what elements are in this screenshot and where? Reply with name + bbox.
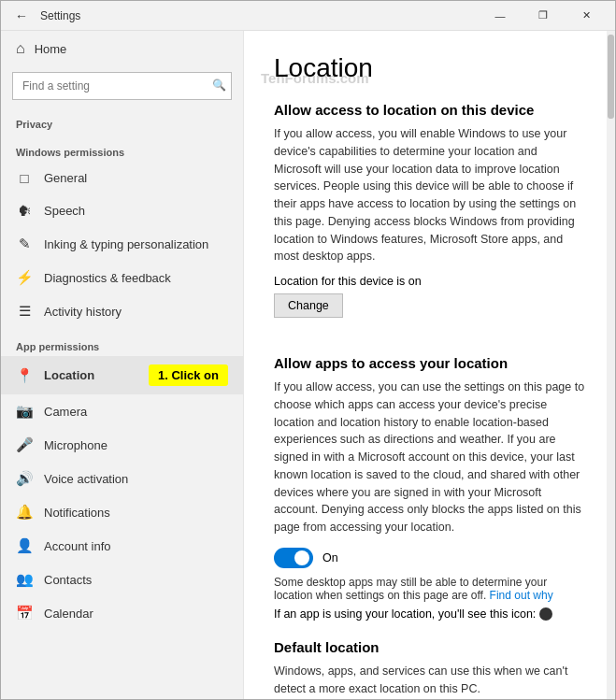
notifications-icon: 🔔: [16, 504, 33, 521]
voice-icon: 🔊: [16, 470, 33, 487]
sidebar-item-label-account: Account info: [44, 539, 228, 553]
speech-icon: 🗣: [16, 203, 33, 219]
sidebar-item-voice[interactable]: 🔊 Voice activation: [1, 462, 243, 495]
change-button[interactable]: Change: [274, 293, 343, 318]
search-icon: 🔍: [212, 79, 226, 92]
content-area: TenForums.com Location Allow access to l…: [244, 31, 615, 699]
windows-permissions-header: Windows permissions: [1, 134, 243, 162]
sidebar-item-contacts[interactable]: 👥 Contacts: [1, 563, 243, 596]
sidebar-item-account[interactable]: 👤 Account info: [1, 529, 243, 563]
microphone-icon: 🎤: [16, 436, 33, 453]
section2-title: Allow apps to access your location: [274, 355, 585, 371]
home-label: Home: [35, 42, 67, 56]
activity-icon: ☰: [16, 303, 33, 320]
main-area: ⌂ Home 🔍 Privacy Windows permissions □ G…: [1, 31, 615, 699]
sidebar-item-microphone[interactable]: 🎤 Microphone: [1, 428, 243, 462]
scrollbar[interactable]: [607, 31, 615, 699]
icon-text-row: If an app is using your location, you'll…: [274, 607, 585, 621]
location-dot-icon: [539, 607, 552, 621]
settings-window: ← Settings — ❐ ✕ ⌂ Home 🔍 Privacy Window…: [0, 0, 616, 700]
diagnostics-icon: ⚡: [16, 269, 33, 286]
search-input[interactable]: [12, 72, 232, 100]
device-status: Location for this device is on: [274, 275, 585, 288]
sidebar-item-label-location: Location: [44, 368, 137, 382]
sidebar-item-label-speech: Speech: [44, 204, 228, 218]
window-title: Settings: [40, 9, 479, 22]
titlebar: ← Settings — ❐ ✕: [1, 1, 615, 31]
find-out-why-link[interactable]: Find out why: [490, 589, 553, 602]
sidebar-item-calendar[interactable]: 📅 Calendar: [1, 596, 243, 630]
section3-text: Windows, apps, and services can use this…: [274, 663, 585, 698]
sidebar-item-label-activity: Activity history: [44, 305, 228, 319]
sidebar-item-label-contacts: Contacts: [44, 573, 228, 587]
sidebar-item-label-microphone: Microphone: [44, 438, 228, 452]
sidebar-item-camera[interactable]: 📷 Camera: [1, 394, 243, 428]
sidebar-item-label-voice: Voice activation: [44, 472, 228, 486]
sidebar-item-general[interactable]: □ General: [1, 162, 243, 194]
calendar-icon: 📅: [16, 605, 33, 621]
sidebar-item-speech[interactable]: 🗣 Speech: [1, 194, 243, 227]
account-icon: 👤: [16, 537, 33, 554]
search-container: 🔍: [12, 72, 232, 100]
section1-text: If you allow access, you will enable Win…: [274, 125, 585, 265]
sidebar-item-location[interactable]: 📍 Location 1. Click on: [1, 356, 243, 394]
sidebar-item-diagnostics[interactable]: ⚡ Diagnostics & feedback: [1, 261, 243, 294]
sidebar: ⌂ Home 🔍 Privacy Windows permissions □ G…: [1, 31, 244, 699]
sidebar-item-notifications[interactable]: 🔔 Notifications: [1, 495, 243, 529]
toggle-knob: [294, 550, 309, 565]
sidebar-item-label-notifications: Notifications: [44, 506, 228, 520]
fine-text-1: Some desktop apps may still be able to d…: [274, 576, 585, 602]
sidebar-item-label-general: General: [44, 171, 228, 185]
click-badge-1: 1. Click on: [149, 364, 228, 386]
sidebar-item-label-diagnostics: Diagnostics & feedback: [44, 271, 228, 285]
section2-text: If you allow access, you can use the set…: [274, 379, 585, 536]
window-controls: — ❐ ✕: [479, 1, 608, 31]
location-icon: 📍: [16, 367, 33, 384]
section1-title: Allow access to location on this device: [274, 102, 585, 118]
home-icon: ⌂: [16, 40, 25, 57]
section3-title: Default location: [274, 639, 585, 655]
sidebar-item-inking[interactable]: ✎ Inking & typing personalization: [1, 227, 243, 261]
page-title: Location: [274, 53, 585, 83]
scrollbar-thumb: [608, 35, 614, 119]
maximize-button[interactable]: ❐: [522, 1, 565, 31]
general-icon: □: [16, 170, 33, 186]
sidebar-item-label-calendar: Calendar: [44, 607, 228, 621]
sidebar-item-label-camera: Camera: [44, 405, 228, 419]
back-button[interactable]: ←: [8, 3, 35, 29]
app-permissions-header: App permissions: [1, 328, 243, 356]
sidebar-home[interactable]: ⌂ Home: [1, 31, 243, 66]
inking-icon: ✎: [16, 236, 33, 252]
camera-icon: 📷: [16, 403, 33, 420]
contacts-icon: 👥: [16, 571, 33, 588]
toggle-label: On: [322, 551, 338, 564]
location-toggle[interactable]: [274, 548, 313, 568]
sidebar-item-activity[interactable]: ☰ Activity history: [1, 294, 243, 328]
sidebar-item-label-inking: Inking & typing personalization: [44, 237, 228, 251]
privacy-section-header: Privacy: [1, 106, 243, 134]
close-button[interactable]: ✕: [565, 1, 608, 31]
toggle-row: On: [274, 548, 585, 568]
minimize-button[interactable]: —: [479, 1, 522, 31]
